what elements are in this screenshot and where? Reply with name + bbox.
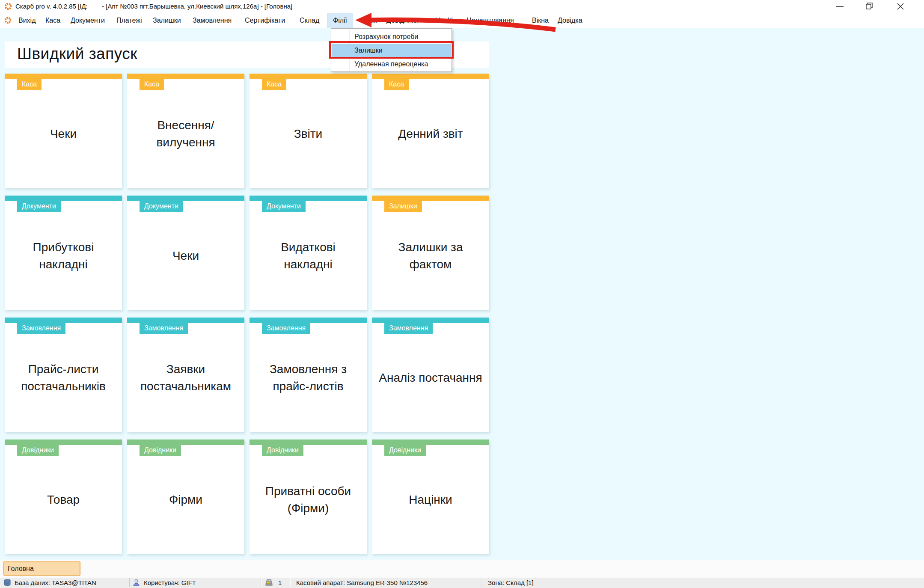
tile-category-strip <box>372 440 489 445</box>
tile-label: Націнки <box>373 445 488 554</box>
menu-item-довідники[interactable]: Довідники <box>386 13 419 28</box>
tile-category-strip <box>372 74 489 79</box>
tile-label: Фірми <box>128 445 244 554</box>
tile[interactable]: ЗамовленняЗаявки постачальникам <box>127 318 244 432</box>
tile[interactable]: КасаВнесення/вилучення <box>127 74 244 188</box>
tile-label: Чеки <box>128 201 244 310</box>
tile-category-strip <box>250 196 367 201</box>
cash-register-icon <box>264 579 273 588</box>
page-title: Швидкий запуск <box>17 45 137 63</box>
menu-item-каса[interactable]: Каса <box>45 13 60 28</box>
tile[interactable]: ДовідникиТовар <box>5 440 122 554</box>
tile-label: Приватні особи (Фірми) <box>250 445 366 554</box>
tile-label: Чеки <box>6 79 121 188</box>
menu-item-вікна[interactable]: Вікна <box>532 13 549 28</box>
application-window: Скарб pro v. 4.0.2.85 [ІД: - [Апт №003 п… <box>0 0 924 588</box>
tile-category-strip <box>5 74 122 79</box>
tile-label: Прибуткові накладні <box>6 201 121 310</box>
main-content: Швидкий запуск КасаЧекиКасаВнесення/вилу… <box>0 28 924 560</box>
dropdown-item-3[interactable]: Удаленная переоценка <box>332 57 451 71</box>
tile-label: Денний звіт <box>373 79 488 188</box>
database-icon <box>3 579 11 588</box>
tile[interactable]: КасаДенний звіт <box>372 74 489 188</box>
menu-item-довідка[interactable]: Довідка <box>558 13 582 28</box>
tile[interactable]: ДокументиПрибуткові накладні <box>5 196 122 310</box>
menu-item-залишки[interactable]: Залишки <box>153 13 181 28</box>
tile[interactable]: ЗамовленняПрайс-листи постачальників <box>5 318 122 432</box>
tile[interactable]: ДовідникиПриватні особи (Фірми) <box>250 440 367 554</box>
window-title: Скарб pro v. 4.0.2.85 [ІД: - [Апт №003 п… <box>15 3 292 10</box>
menu-item-документи[interactable]: Документи <box>71 13 105 28</box>
tile-label: Залишки за фактом <box>373 201 488 310</box>
tile-category-strip <box>5 440 122 445</box>
tile-label: Внесення/вилучення <box>128 79 244 188</box>
status-bar: База даних: TASA3@TITANКористувач: GIFT1… <box>0 577 924 588</box>
menu-logo-icon <box>4 17 12 26</box>
app-logo-icon <box>4 3 12 12</box>
close-button <box>897 3 903 9</box>
tile[interactable]: ДокументиЧеки <box>127 196 244 310</box>
menu-item-замовлення[interactable]: Замовлення <box>193 13 232 28</box>
menu-item-філії[interactable]: Філії <box>327 13 353 28</box>
window-controls <box>826 0 924 13</box>
tile-label: Заявки постачальникам <box>128 323 244 432</box>
tile-label: Звіти <box>250 79 366 188</box>
dropdown-item-1[interactable]: Розрахунок потреби <box>332 30 451 44</box>
status-separator <box>261 578 261 587</box>
menu-item-налаштування[interactable]: Налаштування <box>466 13 514 28</box>
tile-category-strip <box>127 318 244 323</box>
dropdown-item-2[interactable]: Залишки <box>332 44 451 57</box>
title-bar: Скарб pro v. 4.0.2.85 [ІД: - [Апт №003 п… <box>0 0 924 13</box>
tile[interactable]: ДокументиВидаткові накладні <box>250 196 367 310</box>
tile[interactable]: КасаЗвіти <box>250 74 367 188</box>
tile[interactable]: ЗамовленняАналіз постачання <box>372 318 489 432</box>
tile-label: Аналіз постачання <box>373 323 488 432</box>
status-item-5: Зона: Склад [1] <box>488 579 534 586</box>
status-item-2: Користувач: GIFT <box>144 579 196 586</box>
tile-label: Товар <box>6 445 121 554</box>
status-item-1: База даних: TASA3@TITAN <box>15 579 96 586</box>
tile-category-strip <box>250 74 367 79</box>
quick-launch-grid: КасаЧекиКасаВнесення/вилученняКасаЗвітиК… <box>5 74 490 554</box>
tile[interactable]: КасаЧеки <box>5 74 122 188</box>
user-icon <box>133 579 140 588</box>
tile[interactable]: ДовідникиФірми <box>127 440 244 554</box>
status-separator <box>481 578 481 587</box>
tab-golovna[interactable]: Головна <box>3 561 80 576</box>
tile-category-strip <box>5 318 122 323</box>
tile-category-strip <box>127 74 244 79</box>
tile-label: Замовлення з прайс-листів <box>250 323 366 432</box>
tile-category-strip <box>372 318 489 323</box>
filii-dropdown-menu: Розрахунок потребиЗалишкиУдаленная перео… <box>331 28 452 72</box>
tile-category-strip <box>250 318 367 323</box>
tile-category-strip <box>250 440 367 445</box>
tile[interactable]: ДовідникиНацінки <box>372 440 489 554</box>
status-separator <box>129 578 130 587</box>
tab-row: Головна <box>0 560 924 577</box>
menu-item-склад[interactable]: Склад <box>300 13 319 28</box>
menu-item-вихід[interactable]: Вихід <box>18 13 36 28</box>
tile-category-strip <box>127 196 244 201</box>
tile-label: Видаткові накладні <box>250 201 366 310</box>
menu-bar: ВихідКасаДокументиПлатежіЗалишкиЗамовлен… <box>0 13 924 28</box>
tile-label: Прайс-листи постачальників <box>6 323 121 432</box>
menu-item-сертифікати[interactable]: Сертифікати <box>245 13 285 28</box>
restore-button <box>866 3 872 9</box>
tile[interactable]: ЗамовленняЗамовлення з прайс-листів <box>250 318 367 432</box>
menu-item-платежі[interactable]: Платежі <box>116 13 142 28</box>
tile-category-strip <box>372 196 489 201</box>
menu-item-звіти[interactable]: Звіти <box>361 13 377 28</box>
tile-category-strip <box>127 440 244 445</box>
tile-category-strip <box>5 196 122 201</box>
status-item-4: Касовий апарат: Samsung ER-350 №123456 <box>296 579 428 586</box>
menu-item-ehealth[interactable]: eHealth <box>431 13 455 28</box>
status-separator <box>290 578 290 587</box>
status-item-3: 1 <box>278 579 282 586</box>
tile[interactable]: ЗалишкиЗалишки за фактом <box>372 196 489 310</box>
